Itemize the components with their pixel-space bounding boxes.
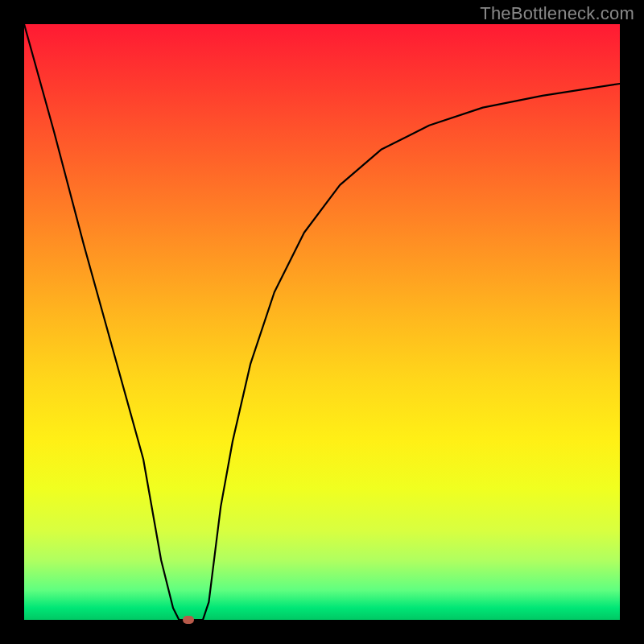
watermark-label: TheBottleneck.com <box>480 3 634 24</box>
bottleneck-curve <box>24 24 620 620</box>
chart-frame: TheBottleneck.com <box>0 0 644 644</box>
optimal-marker <box>183 616 194 624</box>
plot-area <box>24 24 620 620</box>
